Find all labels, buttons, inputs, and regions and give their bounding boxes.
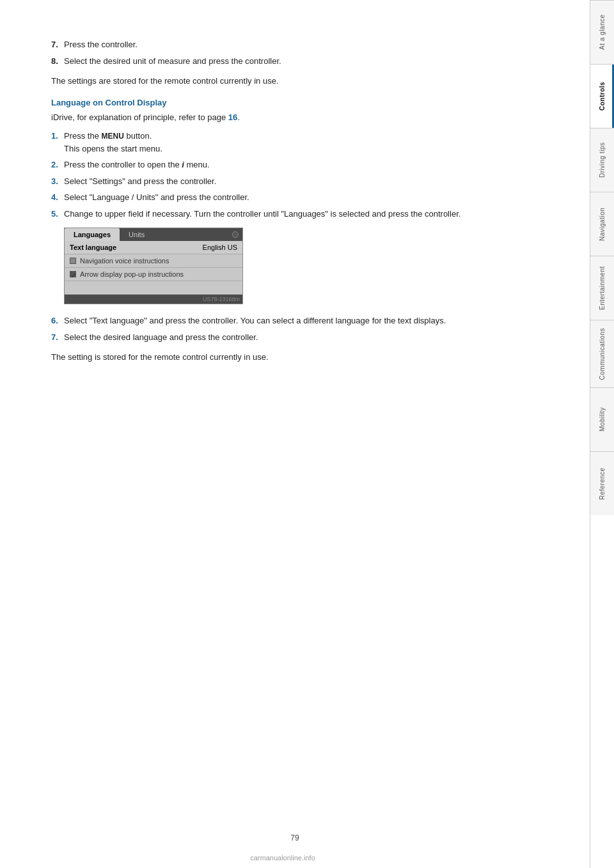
screen-tabs-bar: Languages Units <box>65 228 242 241</box>
step-text-5: Change to upper field if necessary. Turn… <box>64 208 551 221</box>
screen-row-text-language: Text language English US <box>65 241 242 254</box>
step-number-7: 7. <box>51 38 64 51</box>
page-number: 79 <box>290 833 299 842</box>
step-number-8: 8. <box>51 55 64 68</box>
step-text-6: Select "Text language" and press the con… <box>64 314 551 327</box>
screen-row-label-text-lang: Text language <box>70 244 203 251</box>
section-heading: Language on Control Display <box>51 98 551 107</box>
screen-row-nav-voice: Navigation voice instructions <box>65 254 242 268</box>
screen-image: Languages Units Text language English US… <box>64 228 243 304</box>
step-text-1: Press the MENU button.This opens the sta… <box>64 130 551 155</box>
step-number-7b: 7. <box>51 331 64 344</box>
screen-row-arrow-display: ✓ Arrow display pop-up instructions <box>65 268 242 281</box>
footer-watermark: carmanualonline.info <box>0 854 565 862</box>
step-number-5: 5. <box>51 208 64 221</box>
screen-checkbox-nav <box>70 258 76 264</box>
screen-arrow-display-label: Arrow display pop-up instructions <box>80 270 184 278</box>
screen-checkbox-arrow: ✓ <box>70 271 76 277</box>
step-3: 3. Select "Settings" and press the contr… <box>51 175 551 188</box>
screen-row-empty <box>65 281 242 295</box>
intro-text-part1: iDrive, for explanation of principle, re… <box>51 112 228 122</box>
step-8: 8. Select the desired unit of measure an… <box>51 55 551 68</box>
top-paragraph: The settings are stored for the remote c… <box>51 75 551 88</box>
step-6: 6. Select "Text language" and press the … <box>51 314 551 327</box>
intro-text-part2: . <box>237 112 240 122</box>
step-1-subtext: This opens the start menu. <box>64 144 162 153</box>
step-number-3: 3. <box>51 175 64 188</box>
top-steps-section: 7. Press the controller. 8. Select the d… <box>51 38 551 88</box>
step-2: 2. Press the controller to open the i me… <box>51 159 551 171</box>
screen-tab-languages: Languages <box>65 228 120 241</box>
main-content: 7. Press the controller. 8. Select the d… <box>0 0 590 868</box>
sidebar-tab-reference[interactable]: Reference <box>590 451 614 515</box>
step-7: 7. Press the controller. <box>51 38 551 51</box>
chapter-sidebar: At a glance Controls Driving tips Naviga… <box>590 0 614 868</box>
menu-bold-text: MENU <box>102 132 124 141</box>
step-5: 5. Change to upper field if necessary. T… <box>51 208 551 221</box>
sidebar-tab-controls[interactable]: Controls <box>590 64 614 128</box>
sidebar-tab-entertainment[interactable]: Entertainment <box>590 256 614 320</box>
top-step-list: 7. Press the controller. 8. Select the d… <box>51 38 551 67</box>
step-7b: 7. Select the desired language and press… <box>51 331 551 344</box>
sidebar-tab-mobility[interactable]: Mobility <box>590 387 614 451</box>
step-text-2: Press the controller to open the i menu. <box>64 159 551 171</box>
intro-paragraph: iDrive, for explanation of principle, re… <box>51 111 551 124</box>
bottom-paragraph: The setting is stored for the remote con… <box>51 351 551 364</box>
step-1: 1. Press the MENU button.This opens the … <box>51 130 551 155</box>
steps-6-7: 6. Select "Text language" and press the … <box>51 314 551 343</box>
screen-caption: US78-13168m <box>65 295 242 304</box>
i-icon: i <box>182 160 184 169</box>
screen-tab-units: Units <box>120 228 154 241</box>
sidebar-tab-navigation[interactable]: Navigation <box>590 192 614 256</box>
step-number-4: 4. <box>51 191 64 204</box>
step-text-4: Select "Language / Units" and press the … <box>64 191 551 204</box>
sidebar-tab-communications[interactable]: Communications <box>590 320 614 387</box>
step-4: 4. Select "Language / Units" and press t… <box>51 191 551 204</box>
sidebar-tab-at-a-glance[interactable]: At a glance <box>590 0 614 64</box>
steps-1-5: 1. Press the MENU button.This opens the … <box>51 130 551 220</box>
step-text-3: Select "Settings" and press the controll… <box>64 175 551 188</box>
screen-nav-voice-label: Navigation voice instructions <box>80 257 169 265</box>
page-link-16[interactable]: 16 <box>228 112 237 122</box>
screen-row-value-english: English US <box>203 244 237 251</box>
step-number-2: 2. <box>51 159 64 171</box>
step-text-7b: Select the desired language and press th… <box>64 331 551 344</box>
screen-dot-indicator <box>232 231 239 238</box>
step-number-1: 1. <box>51 130 64 155</box>
step-text-7: Press the controller. <box>64 38 551 51</box>
sidebar-tab-driving-tips[interactable]: Driving tips <box>590 128 614 192</box>
step-text-8: Select the desired unit of measure and p… <box>64 55 551 68</box>
step-number-6: 6. <box>51 314 64 327</box>
